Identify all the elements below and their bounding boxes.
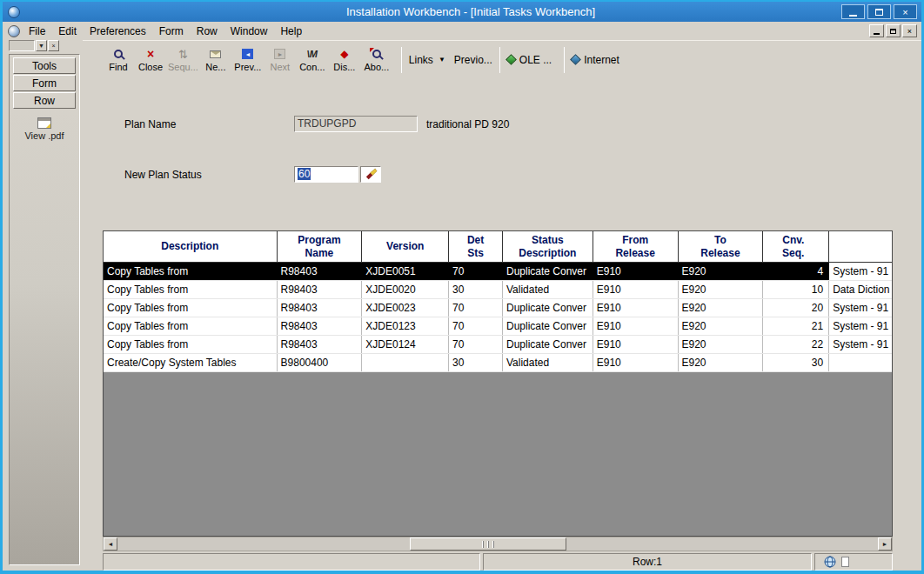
grid-cell[interactable]: E910 xyxy=(593,263,679,280)
grid-row[interactable]: Copy Tables from R98403 XJDE0023 70 Dupl… xyxy=(104,299,892,317)
about-button[interactable]: Abo... xyxy=(362,43,392,77)
window-close-button[interactable]: × xyxy=(894,4,917,19)
grid-cell[interactable]: E910 xyxy=(593,317,679,335)
grid-horizontal-scrollbar[interactable]: ◄ ► xyxy=(103,537,893,551)
grid-cell[interactable]: Copy Tables from xyxy=(104,281,278,298)
fastpath-close-button[interactable]: × xyxy=(48,40,59,51)
grid-cell[interactable]: Create/Copy System Tables xyxy=(104,354,278,371)
grid-cell[interactable]: R98403 xyxy=(278,336,363,353)
grid-cell[interactable]: E910 xyxy=(593,336,679,353)
grid-cell[interactable]: 30 xyxy=(449,354,503,371)
menu-edit[interactable]: Edit xyxy=(57,23,84,39)
grid-cell[interactable]: 10 xyxy=(763,281,829,298)
grid-cell[interactable]: E910 xyxy=(593,354,679,371)
grid-cell[interactable]: XJDE0124 xyxy=(362,336,449,353)
menu-help[interactable]: Help xyxy=(278,23,310,39)
grid-cell[interactable]: Copy Tables from xyxy=(104,263,278,280)
grid-cell[interactable]: 20 xyxy=(763,299,829,317)
grid-cell[interactable]: R98403 xyxy=(278,317,363,335)
view-pdf-icon xyxy=(37,117,51,129)
grid-cell[interactable]: Copy Tables from xyxy=(104,336,278,353)
grid-row[interactable]: Copy Tables from R98403 XJDE0051 70 Dupl… xyxy=(104,263,892,281)
grid-cell[interactable]: Duplicate Conver xyxy=(503,263,593,280)
grid-cell[interactable]: E920 xyxy=(679,299,764,317)
window-minimize-button[interactable] xyxy=(841,4,865,19)
grid-cell[interactable]: Validated xyxy=(503,354,593,371)
grid-cell[interactable]: Copy Tables from xyxy=(104,317,278,335)
grid-cell[interactable] xyxy=(829,354,892,371)
previous-link-label[interactable]: Previo... xyxy=(454,54,492,66)
grid-cell[interactable]: XJDE0123 xyxy=(362,317,449,335)
new-plan-status-field[interactable]: 60 xyxy=(294,166,358,183)
scroll-left-button[interactable]: ◄ xyxy=(104,537,117,551)
display-button[interactable]: ◆ Dis... xyxy=(330,43,359,77)
previous-button[interactable]: ◄ Prev... xyxy=(233,43,263,77)
internet-button[interactable]: Internet xyxy=(572,54,619,66)
grid-cell[interactable]: 21 xyxy=(763,317,829,335)
grid-row[interactable]: Create/Copy System Tables B9800400 30 Va… xyxy=(104,354,892,372)
grid-cell[interactable]: Duplicate Conver xyxy=(503,299,593,317)
mdi-close-button[interactable]: × xyxy=(902,24,917,37)
grid-cell[interactable] xyxy=(362,354,449,371)
menu-window[interactable]: Window xyxy=(229,23,276,39)
links-label: Links xyxy=(409,54,433,66)
grid-row[interactable]: Copy Tables from R98403 XJDE0123 70 Dupl… xyxy=(104,317,892,336)
visual-assist-button[interactable] xyxy=(360,166,381,183)
grid-cell[interactable]: Data Diction xyxy=(829,281,892,298)
grid-cell[interactable]: System - 91 xyxy=(829,317,892,335)
new-button[interactable]: Ne... xyxy=(201,43,231,77)
find-button[interactable]: Find xyxy=(104,43,133,77)
sidebar-tab-row[interactable]: Row xyxy=(13,92,76,109)
grid-cell[interactable]: 70 xyxy=(449,299,503,317)
grid-cell[interactable]: E910 xyxy=(593,299,679,317)
mdi-minimize-button[interactable] xyxy=(869,24,884,37)
links-dropdown[interactable]: Links ▼ Previo... xyxy=(409,54,492,66)
grid-cell[interactable]: E920 xyxy=(679,317,764,335)
globe-icon xyxy=(824,556,836,568)
grid-cell[interactable]: 70 xyxy=(449,336,503,353)
sidebar-tab-form[interactable]: Form xyxy=(13,75,76,91)
grid-cell[interactable]: System - 91 xyxy=(829,263,892,280)
grid-cell[interactable]: 70 xyxy=(449,317,503,335)
grid-row[interactable]: Copy Tables from R98403 XJDE0124 70 Dupl… xyxy=(104,336,892,354)
grid-cell[interactable]: 30 xyxy=(449,281,503,298)
grid-cell[interactable]: XJDE0020 xyxy=(362,281,449,298)
ole-button[interactable]: OLE ... xyxy=(507,54,552,66)
grid-cell[interactable]: E920 xyxy=(679,281,764,298)
grid-cell[interactable]: System - 91 xyxy=(829,299,892,317)
grid-row[interactable]: Copy Tables from R98403 XJDE0020 30 Vali… xyxy=(104,281,892,299)
fastpath-dropdown-button[interactable]: ▼ xyxy=(36,40,47,51)
grid-cell[interactable]: 70 xyxy=(449,263,503,280)
scrollbar-thumb[interactable] xyxy=(410,537,566,551)
grid-cell[interactable]: E920 xyxy=(679,263,764,280)
menu-form[interactable]: Form xyxy=(157,23,191,39)
menu-row[interactable]: Row xyxy=(195,23,225,39)
grid-cell[interactable]: 4 xyxy=(763,263,829,280)
grid-cell[interactable]: E920 xyxy=(679,354,764,371)
grid-cell[interactable]: Validated xyxy=(503,281,593,298)
grid-cell[interactable]: System - 91 xyxy=(829,336,892,353)
grid-cell[interactable]: E920 xyxy=(679,336,764,353)
sidebar-tab-tools[interactable]: Tools xyxy=(13,57,76,74)
grid-cell[interactable]: Duplicate Conver xyxy=(503,336,593,353)
grid-cell[interactable]: B9800400 xyxy=(278,354,363,371)
grid-cell[interactable]: R98403 xyxy=(278,299,363,317)
grid-cell[interactable]: 30 xyxy=(763,354,829,371)
menu-preferences[interactable]: Preferences xyxy=(88,23,154,39)
grid-cell[interactable]: XJDE0051 xyxy=(362,263,449,280)
grid-cell[interactable]: XJDE0023 xyxy=(362,299,449,317)
grid-cell[interactable]: E910 xyxy=(593,281,679,298)
plan-name-field[interactable]: TRDUPGPD xyxy=(294,116,418,132)
window-maximize-button[interactable] xyxy=(867,4,891,19)
scroll-right-button[interactable]: ► xyxy=(878,537,892,551)
sidebar-item-view-pdf[interactable]: View .pdf xyxy=(10,117,79,141)
grid-cell[interactable]: 22 xyxy=(763,336,829,353)
grid-cell[interactable]: R98403 xyxy=(278,281,363,298)
grid-cell[interactable]: Duplicate Conver xyxy=(503,317,593,335)
grid-cell[interactable]: Copy Tables from xyxy=(104,299,278,317)
mdi-restore-button[interactable] xyxy=(886,24,901,37)
menu-file[interactable]: File xyxy=(27,23,53,39)
grid-cell[interactable]: R98403 xyxy=(278,263,363,280)
close-button[interactable]: × Close xyxy=(136,43,165,77)
confirm-button[interactable]: \M Con... xyxy=(298,43,327,77)
